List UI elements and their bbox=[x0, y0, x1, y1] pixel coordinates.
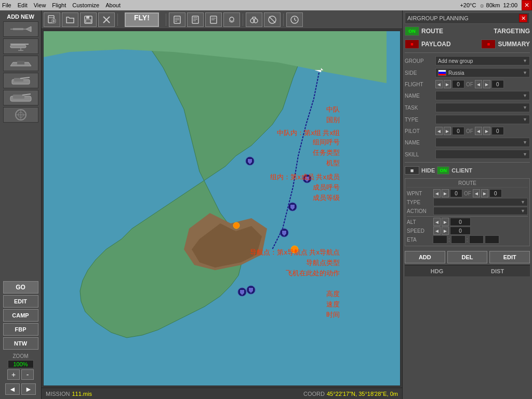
pilot-name-dropdown[interactable]: ▼ bbox=[435, 138, 530, 147]
no-icon-button[interactable] bbox=[264, 12, 281, 27]
pilot-prev[interactable]: ◄ bbox=[435, 127, 443, 135]
wpnt-row: WPNT ◄ ► 0 OF ◄ ► 0 bbox=[407, 189, 528, 197]
flight-next-button[interactable]: ► bbox=[444, 80, 451, 88]
flight-total-prev[interactable]: ◄ bbox=[475, 80, 482, 88]
tank-unit-button[interactable] bbox=[3, 73, 38, 88]
eta-sec[interactable] bbox=[469, 235, 484, 244]
ntw-button[interactable]: NTW bbox=[3, 337, 38, 350]
nav-controls: ◄ ► bbox=[5, 383, 36, 395]
zoom-out-button[interactable]: - bbox=[21, 369, 34, 380]
type-dropdown[interactable]: ▼ bbox=[435, 115, 530, 124]
left-sidebar: ADD NEW bbox=[0, 10, 42, 399]
clock-button[interactable] bbox=[286, 12, 303, 27]
fbp-button[interactable]: FBP bbox=[3, 323, 38, 336]
airplane-unit-button[interactable] bbox=[3, 21, 38, 37]
divider-1 bbox=[405, 52, 530, 53]
menu-edit[interactable]: Edit bbox=[18, 2, 28, 8]
toolbar-separator2 bbox=[166, 14, 166, 26]
fly-button[interactable]: FLY! bbox=[125, 12, 159, 27]
wpnt-next[interactable]: ► bbox=[442, 189, 449, 197]
wpnt-total-prev[interactable]: ◄ bbox=[473, 189, 480, 197]
helicopter-unit-button[interactable] bbox=[3, 38, 38, 54]
eta-hour[interactable] bbox=[433, 235, 447, 244]
save-mission-button[interactable] bbox=[80, 12, 97, 27]
side-value: Russia bbox=[448, 70, 523, 76]
briefing-button[interactable] bbox=[169, 12, 185, 27]
speed-next[interactable]: ► bbox=[442, 227, 449, 235]
binoculars-button[interactable] bbox=[246, 12, 262, 27]
zoom-in-button[interactable]: + bbox=[7, 369, 20, 380]
client-label: CLIENT bbox=[451, 167, 472, 174]
nav-right-button[interactable]: ► bbox=[21, 383, 36, 395]
camp-button[interactable]: CAMP bbox=[3, 309, 38, 322]
payload-label[interactable]: PAYLOAD bbox=[421, 41, 479, 48]
pilot-total-next[interactable]: ► bbox=[483, 127, 490, 135]
side-dropdown[interactable]: Russia ▼ bbox=[435, 68, 530, 77]
wind-display: ☼ 80km bbox=[479, 2, 500, 8]
toolbar-separator4 bbox=[283, 14, 284, 26]
new-mission-button[interactable] bbox=[44, 12, 60, 27]
zoom-controls: + - bbox=[7, 369, 34, 380]
kneeboard-button[interactable] bbox=[187, 12, 204, 27]
ship-unit-button[interactable] bbox=[3, 56, 38, 71]
route-label[interactable]: ROUTE bbox=[421, 28, 491, 35]
alt-label: ALT bbox=[407, 219, 432, 225]
apc-unit-button[interactable] bbox=[3, 90, 38, 105]
panel-close-button[interactable]: ✕ bbox=[519, 14, 527, 22]
task-dropdown[interactable]: ▼ bbox=[435, 103, 530, 112]
skill-dropdown[interactable]: ▼ bbox=[435, 150, 530, 159]
alt-stepper: ◄ ► 0 bbox=[433, 218, 471, 226]
wpnt-stepper: ◄ ► 0 OF ◄ ► 0 bbox=[433, 189, 502, 197]
name-dropdown[interactable]: ▼ bbox=[435, 91, 530, 100]
target-unit-button[interactable] bbox=[3, 107, 38, 123]
open-mission-button[interactable] bbox=[62, 12, 78, 27]
map-container[interactable]: 中队 国别 中队内：第x组 共x组 组间呼号 任务类型 机型 组内：第x成员 共… bbox=[43, 30, 401, 387]
alt-row: ALT ◄ ► 0 bbox=[407, 218, 528, 226]
alt-prev[interactable]: ◄ bbox=[433, 218, 441, 226]
summary-label[interactable]: SUMMARY bbox=[498, 41, 530, 48]
flight-prev-button[interactable]: ◄ bbox=[435, 80, 443, 88]
pilot-next[interactable]: ► bbox=[444, 127, 451, 135]
menu-customize[interactable]: Customize bbox=[72, 2, 99, 8]
action-buttons: GO EDIT CAMP FBP NTW bbox=[3, 281, 38, 350]
wpnt-total-next[interactable]: ► bbox=[481, 189, 488, 197]
zoom-section: ZOOM 100% + - bbox=[7, 353, 34, 380]
pilot-total-prev[interactable]: ◄ bbox=[475, 127, 482, 135]
edit-waypoint-button[interactable]: EDIT bbox=[489, 251, 530, 263]
action-arrow: ▼ bbox=[521, 208, 525, 214]
edit-button[interactable]: EDIT bbox=[3, 295, 38, 308]
add-waypoint-button[interactable]: ADD bbox=[405, 251, 445, 263]
eta-sep2: : bbox=[467, 237, 468, 243]
eta-extra[interactable] bbox=[485, 235, 499, 244]
mission-value: 111.mis bbox=[72, 391, 92, 397]
flight-of-text: OF bbox=[466, 82, 473, 87]
notes-button[interactable] bbox=[205, 12, 222, 27]
alt-next[interactable]: ► bbox=[442, 218, 449, 226]
targeting-label[interactable]: TARGETING bbox=[494, 28, 530, 35]
alt-value: 0 bbox=[450, 218, 471, 226]
pilot-total: 0 bbox=[491, 127, 504, 135]
flight-total-next[interactable]: ► bbox=[483, 80, 490, 88]
delete-waypoint-button[interactable]: DEL bbox=[447, 251, 488, 263]
group-dropdown[interactable]: Add new group ▼ bbox=[435, 56, 530, 65]
delete-button[interactable] bbox=[98, 12, 115, 27]
nav-left-button[interactable]: ◄ bbox=[5, 383, 20, 395]
menu-view[interactable]: View bbox=[34, 2, 46, 8]
hide-toggle[interactable]: ■ bbox=[405, 166, 419, 175]
eta-min[interactable] bbox=[451, 235, 466, 244]
route-type-dropdown[interactable]: ▼ bbox=[433, 198, 528, 206]
menu-file[interactable]: File bbox=[2, 2, 11, 8]
pilot-name-row: NAME ▼ bbox=[405, 138, 530, 147]
go-button[interactable]: GO bbox=[3, 281, 38, 294]
action-label: ACTION bbox=[407, 208, 432, 214]
menu-flight[interactable]: Flight bbox=[52, 2, 66, 8]
weather-button[interactable] bbox=[223, 12, 240, 27]
speed-prev[interactable]: ◄ bbox=[433, 227, 441, 235]
action-dropdown[interactable]: ▼ bbox=[433, 207, 528, 215]
wpnt-prev[interactable]: ◄ bbox=[433, 189, 441, 197]
close-app-button[interactable]: ✕ bbox=[522, 0, 532, 10]
task-label: TASK bbox=[405, 105, 433, 111]
task-arrow: ▼ bbox=[523, 105, 527, 110]
menu-about[interactable]: About bbox=[105, 2, 121, 8]
temperature-display: +20°C bbox=[460, 2, 476, 8]
